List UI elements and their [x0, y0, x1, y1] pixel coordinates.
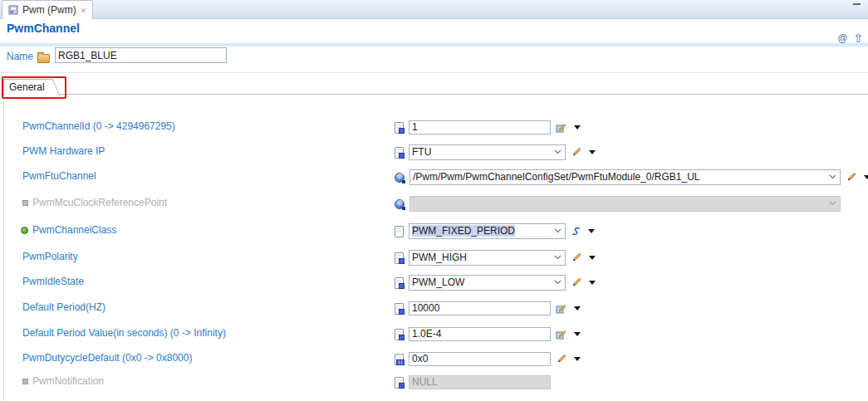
- chevron-down-icon: [551, 255, 565, 260]
- dropdown-value: PWM_FIXED_PERIOD: [412, 225, 515, 237]
- name-label: Name: [7, 51, 33, 62]
- dropdown[interactable]: /Pwm/Pwm/PwmChannelConfigSet/PwmFtuModul…: [409, 169, 841, 185]
- editor-tab-bar: [0, 0, 868, 19]
- row-controls: [395, 324, 581, 344]
- dropdown-caret-icon[interactable]: [589, 256, 596, 260]
- name-separator: [0, 72, 868, 73]
- dropdown: [409, 196, 841, 212]
- param-plain-icon: [395, 226, 404, 237]
- tab-pwm-editor[interactable]: Pwm (Pwm) ✕: [2, 0, 93, 19]
- dropdown-caret-icon[interactable]: [574, 125, 581, 130]
- dropdown[interactable]: PWM_FIXED_PERIOD: [409, 223, 566, 239]
- edit-calculated-pencil-icon[interactable]: [556, 302, 567, 314]
- form-row: PwmMcuClockReferencePoint: [0, 193, 868, 213]
- row-controls: [395, 193, 841, 213]
- recalculate-icon[interactable]: [571, 226, 581, 237]
- dropdown[interactable]: FTU: [409, 144, 566, 160]
- edit-calculated-pencil-icon[interactable]: [556, 121, 567, 133]
- tabfolder-top-border: [0, 94, 868, 95]
- param-value-icon: [395, 252, 404, 263]
- form-row: PwmDutycycleDefault (0x0 -> 0x8000): [0, 349, 868, 369]
- name-input[interactable]: [55, 47, 227, 63]
- form-row: PwmChannelClass PWM_FIXED_PERIOD: [0, 221, 868, 241]
- form-row: PwmPolarity PWM_HIGH: [0, 247, 868, 267]
- dropdown[interactable]: PWM_HIGH: [409, 250, 566, 266]
- documentation-at-icon[interactable]: @: [838, 32, 848, 44]
- row-controls: PWM_LOW: [395, 272, 596, 292]
- go-to-parent-icon[interactable]: ⇧: [853, 33, 863, 43]
- enabled-dot-icon: [21, 227, 28, 234]
- row-label: PwmChannelClass: [32, 224, 116, 236]
- tab-general[interactable]: General: [3, 79, 50, 95]
- edit-pencil-icon[interactable]: [846, 171, 857, 183]
- row-controls: /Pwm/Pwm/PwmChannelConfigSet/PwmFtuModul…: [395, 167, 868, 187]
- row-controls: [395, 298, 581, 318]
- reference-icon: [395, 172, 405, 183]
- row-label: PwmMcuClockReferencePoint: [32, 197, 167, 208]
- dropdown-caret-icon[interactable]: [864, 175, 868, 179]
- param-value-icon: [395, 377, 404, 388]
- pwm-editor-icon: [8, 5, 18, 15]
- form-row: PWM Hardware IP FTU: [0, 142, 868, 162]
- edit-pencil-icon[interactable]: [571, 146, 582, 158]
- dropdown-value: PWM_LOW: [412, 276, 464, 288]
- form-row: Default Period(HZ): [0, 298, 868, 318]
- chevron-down-icon: [826, 201, 840, 206]
- dropdown-caret-icon[interactable]: [574, 332, 581, 336]
- param-value-icon: [395, 329, 404, 340]
- dropdown-caret-icon[interactable]: [589, 150, 596, 154]
- row-label: Default Period Value(in seconds) (0 -> I…: [22, 327, 226, 339]
- edit-pencil-icon[interactable]: [556, 353, 567, 364]
- form-row: PwmChannelId (0 -> 4294967295): [0, 117, 868, 137]
- header-separator: [0, 43, 868, 46]
- chevron-down-icon: [551, 228, 565, 233]
- row-label: Default Period(HZ): [22, 301, 105, 313]
- dropdown-caret-icon[interactable]: [589, 281, 596, 285]
- edit-pencil-icon[interactable]: [571, 252, 582, 263]
- param-value-icon: [395, 303, 404, 314]
- tab-label: Pwm (Pwm): [22, 4, 76, 16]
- row-controls: PWM_HIGH: [395, 247, 596, 267]
- form-row: PwmIdleState PWM_LOW: [0, 272, 868, 292]
- param-value-icon: [395, 147, 404, 158]
- value-input[interactable]: [409, 327, 551, 341]
- row-label: PwmNotification: [32, 375, 104, 387]
- row-label: PwmIdleState: [22, 276, 84, 287]
- disabled-square-icon: [22, 200, 28, 206]
- edit-calculated-pencil-icon[interactable]: [556, 328, 567, 340]
- value-input[interactable]: [409, 301, 551, 315]
- header-actions: @ ⇧: [838, 32, 863, 44]
- chevron-down-icon: [826, 174, 840, 179]
- disabled-square-icon: [22, 379, 28, 384]
- dropdown[interactable]: PWM_LOW: [409, 275, 566, 291]
- row-controls: FTU: [395, 142, 596, 162]
- tab-general-label: General: [9, 81, 45, 93]
- dropdown-caret-icon[interactable]: [588, 229, 595, 233]
- row-label: PwmChannelId (0 -> 4294967295): [22, 120, 175, 132]
- form-row: PwmFtuChannel /Pwm/Pwm/PwmChannelConfigS…: [0, 167, 868, 187]
- row-controls: [395, 372, 551, 392]
- close-icon[interactable]: ✕: [81, 6, 87, 15]
- row-controls: [395, 349, 581, 369]
- param-value-icon: [395, 122, 404, 133]
- dropdown-caret-icon[interactable]: [574, 306, 581, 311]
- pwm-config-editor: { "tab_bar": { "active_tab": { "label": …: [0, 0, 868, 401]
- chevron-down-icon: [551, 149, 565, 154]
- dropdown-value: /Pwm/Pwm/PwmChannelConfigSet/PwmFtuModul…: [413, 171, 699, 183]
- edit-pencil-icon[interactable]: [571, 276, 582, 288]
- dropdown-value: PWM_HIGH: [412, 252, 467, 263]
- row-label: PwmDutycycleDefault (0x0 -> 0x8000): [22, 352, 192, 364]
- page-title: PwmChannel: [7, 22, 80, 35]
- minimize-icon[interactable]: [853, 3, 861, 5]
- reference-icon: [395, 198, 405, 209]
- value-input[interactable]: [409, 352, 551, 366]
- row-label: PwmPolarity: [22, 251, 78, 262]
- param-hex-icon: [395, 354, 404, 364]
- value-input[interactable]: [409, 120, 551, 134]
- dropdown-caret-icon[interactable]: [574, 357, 581, 361]
- value-input: [409, 375, 551, 389]
- row-label: PwmFtuChannel: [22, 170, 96, 182]
- form-row: Default Period Value(in seconds) (0 -> I…: [0, 324, 868, 344]
- row-label: PWM Hardware IP: [22, 145, 105, 157]
- dropdown-value: FTU: [412, 146, 431, 158]
